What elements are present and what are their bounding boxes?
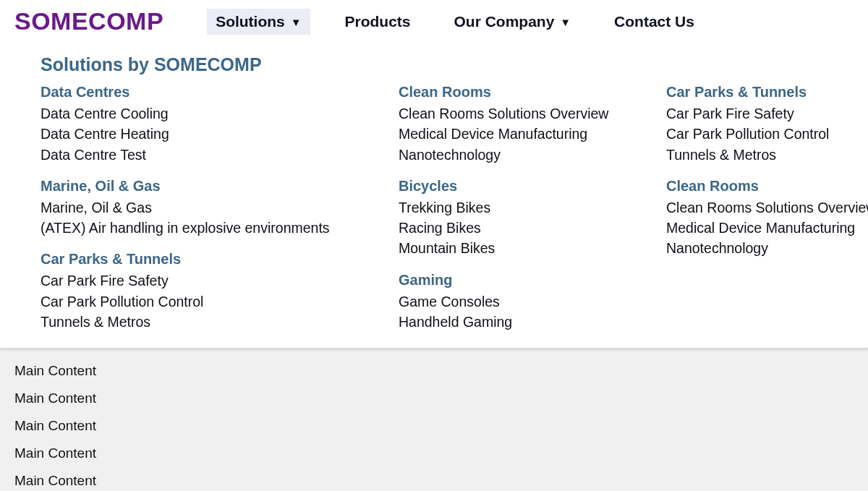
mega-group-title[interactable]: Bicycles xyxy=(399,178,637,195)
mega-group: Data Centres Data Centre Cooling Data Ce… xyxy=(41,84,370,165)
mega-link[interactable]: Data Centre Test xyxy=(41,145,370,165)
nav-item-contact-us[interactable]: Contact Us xyxy=(605,9,703,35)
mega-link[interactable]: Clean Rooms Solutions Overview xyxy=(399,103,637,124)
mega-link[interactable]: Nanotechnology xyxy=(666,238,868,258)
mega-column: Data Centres Data Centre Cooling Data Ce… xyxy=(41,84,370,332)
mega-group-title[interactable]: Car Parks & Tunnels xyxy=(666,84,868,101)
mega-group: Gaming Game Consoles Handheld Gaming xyxy=(399,272,637,333)
nav-label: Products xyxy=(345,13,411,30)
mega-group: Clean Rooms Clean Rooms Solutions Overvi… xyxy=(666,178,868,259)
nav-label: Solutions xyxy=(216,13,285,30)
brand-logo[interactable]: SOMECOMP xyxy=(14,7,163,35)
mega-group: Clean Rooms Clean Rooms Solutions Overvi… xyxy=(399,84,637,165)
mega-columns: Data Centres Data Centre Cooling Data Ce… xyxy=(41,84,827,332)
main-content-row: Main Content xyxy=(14,357,854,385)
mega-link[interactable]: Marine, Oil & Gas xyxy=(41,197,370,218)
mega-group-title[interactable]: Data Centres xyxy=(41,84,370,101)
mega-link[interactable]: Medical Device Manufacturing xyxy=(666,218,868,238)
mega-menu-solutions: Solutions by SOMECOMP Data Centres Data … xyxy=(0,44,868,349)
mega-link[interactable]: Mountain Bikes xyxy=(399,238,637,258)
chevron-down-icon: ▼ xyxy=(560,16,571,28)
chevron-down-icon: ▼ xyxy=(291,16,302,28)
primary-nav: Solutions ▼ Products Our Company ▼ Conta… xyxy=(207,9,703,35)
mega-link[interactable]: Tunnels & Metros xyxy=(666,145,868,165)
nav-item-solutions[interactable]: Solutions ▼ xyxy=(207,9,310,35)
mega-link[interactable]: Game Consoles xyxy=(399,291,637,312)
mega-column: Clean Rooms Clean Rooms Solutions Overvi… xyxy=(399,84,637,332)
mega-group: Marine, Oil & Gas Marine, Oil & Gas (ATE… xyxy=(41,178,370,239)
mega-link[interactable]: Car Park Pollution Control xyxy=(41,291,370,312)
mega-column: Car Parks & Tunnels Car Park Fire Safety… xyxy=(666,84,868,332)
main-content-row: Main Content xyxy=(14,467,854,491)
mega-link[interactable]: Car Park Fire Safety xyxy=(666,103,868,124)
topbar: SOMECOMP Solutions ▼ Products Our Compan… xyxy=(0,0,868,44)
main-content: Main Content Main Content Main Content M… xyxy=(0,349,868,491)
mega-link[interactable]: Data Centre Cooling xyxy=(41,103,370,124)
mega-group-title[interactable]: Clean Rooms xyxy=(666,178,868,195)
mega-group-title[interactable]: Gaming xyxy=(399,272,637,289)
nav-label: Our Company xyxy=(454,13,555,30)
main-content-row: Main Content xyxy=(14,412,854,440)
mega-group-title[interactable]: Car Parks & Tunnels xyxy=(41,251,370,268)
main-content-row: Main Content xyxy=(14,440,854,467)
mega-link[interactable]: Medical Device Manufacturing xyxy=(399,124,637,144)
mega-link[interactable]: Racing Bikes xyxy=(399,218,637,238)
mega-group-title[interactable]: Marine, Oil & Gas xyxy=(41,178,370,195)
mega-group-title[interactable]: Clean Rooms xyxy=(399,84,637,101)
mega-menu-title: Solutions by SOMECOMP xyxy=(41,54,827,75)
mega-link[interactable]: Tunnels & Metros xyxy=(41,312,370,332)
mega-link[interactable]: Handheld Gaming xyxy=(399,312,637,332)
mega-link[interactable]: Car Park Pollution Control xyxy=(666,124,868,144)
mega-link[interactable]: Data Centre Heating xyxy=(41,124,370,144)
nav-item-our-company[interactable]: Our Company ▼ xyxy=(446,9,580,35)
mega-group: Car Parks & Tunnels Car Park Fire Safety… xyxy=(666,84,868,165)
mega-link[interactable]: Clean Rooms Solutions Overview xyxy=(666,197,868,218)
mega-link[interactable]: Nanotechnology xyxy=(399,145,637,165)
nav-label: Contact Us xyxy=(614,13,694,30)
mega-link[interactable]: Car Park Fire Safety xyxy=(41,270,370,291)
main-content-row: Main Content xyxy=(14,385,854,412)
nav-item-products[interactable]: Products xyxy=(336,9,420,35)
mega-link[interactable]: Trekking Bikes xyxy=(399,197,637,218)
mega-link[interactable]: (ATEX) Air handling in explosive environ… xyxy=(41,218,370,238)
mega-group: Bicycles Trekking Bikes Racing Bikes Mou… xyxy=(399,178,637,259)
mega-group: Car Parks & Tunnels Car Park Fire Safety… xyxy=(41,251,370,332)
